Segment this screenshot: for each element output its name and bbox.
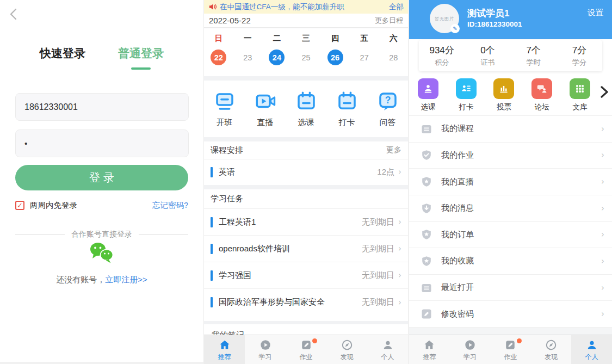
tab-normal-login[interactable]: 普通登录 (118, 46, 164, 70)
settings-button[interactable]: 设置 (588, 8, 603, 18)
tab-homework[interactable]: 作业 (286, 335, 326, 364)
password-input[interactable] (15, 129, 189, 157)
quick-action-open-class[interactable]: 开班 (204, 81, 245, 137)
menu-item-my-orders[interactable]: 我的订单 › (409, 222, 612, 249)
stat-credits[interactable]: 7分 学分 (557, 40, 602, 71)
tab-homework[interactable]: 作业 (490, 335, 531, 364)
check-in-icon (456, 78, 477, 99)
task-item[interactable]: openroads软件培训 无到期日 › (204, 236, 408, 262)
menu-item-my-live[interactable]: 我的直播 › (409, 169, 612, 195)
task-title: 学习强国 (219, 270, 251, 281)
task-item[interactable]: 工程英语1 无到期日 › (204, 209, 408, 236)
item-accent-bar (211, 270, 213, 281)
menu-item-recent-open[interactable]: 最近打开 › (409, 275, 612, 301)
stat-hours[interactable]: 7个 学时 (511, 40, 557, 71)
tab-study[interactable]: 学习 (450, 335, 491, 364)
back-button[interactable] (7, 7, 22, 22)
services-more-arrow[interactable] (599, 84, 611, 100)
service-vote[interactable]: 投票 (485, 76, 523, 115)
tab-profile[interactable]: 个人 (367, 335, 408, 364)
calendar-day[interactable]: 23 (240, 50, 256, 65)
course-more-link[interactable]: 更多 (386, 145, 401, 155)
quick-actions: 开班 直播 选课 (204, 81, 408, 137)
task-due-label: 无到期日 (362, 217, 394, 227)
menu-item-change-password[interactable]: 修改密码 › (409, 301, 612, 328)
service-label: 论坛 (535, 102, 549, 112)
task-item[interactable]: 学习强国 无到期日 › (204, 262, 408, 289)
menu-item-my-homework[interactable]: 我的作业 › (409, 143, 612, 169)
service-check-in[interactable]: 打卡 (447, 76, 485, 115)
tab-quick-login-label: 快速登录 (40, 47, 85, 59)
menu-item-my-messages[interactable]: 我的消息 › (409, 195, 612, 222)
tab-label: 作业 (300, 353, 313, 362)
quick-action-live[interactable]: 直播 (245, 81, 286, 137)
quick-action-qa[interactable]: ? 问答 (367, 81, 408, 137)
week-calendar: 日 一 二 三 四 五 六 22 23 24 25 26 27 28 (204, 28, 408, 76)
calendar-day[interactable]: 25 (298, 50, 314, 65)
shield-star-icon (421, 256, 432, 267)
tab-study[interactable]: 学习 (245, 335, 286, 364)
phone-input[interactable] (15, 93, 189, 121)
menu-item-label: 我的订单 (441, 230, 474, 240)
calendar-day-event[interactable]: 26 (327, 50, 343, 65)
forgot-password-link[interactable]: 忘记密码? (152, 200, 188, 211)
chevron-right-icon: › (601, 309, 604, 319)
calendar-day[interactable]: 28 (386, 50, 401, 65)
section-gap (409, 328, 612, 335)
remember-checkbox[interactable] (15, 201, 24, 210)
app-screenshot: 快速登录 普通登录 登录 两周内免登录 忘记密码? 合作账号直接登录 (0, 0, 612, 364)
quick-action-label: 开班 (217, 118, 233, 128)
user-name: 测试学员1 (467, 7, 509, 20)
shield-check-icon (421, 150, 432, 161)
task-due-label: 无到期日 (362, 297, 394, 307)
login-button[interactable]: 登录 (15, 165, 188, 190)
tab-discover[interactable]: 发现 (326, 335, 367, 364)
chevron-right-icon: › (398, 217, 401, 227)
tab-label: 个人 (585, 353, 598, 362)
profile-menu: 我的课程 › 我的作业 › 我的直播 › (409, 115, 612, 328)
pencil-square-icon (421, 309, 432, 319)
course-schedule-card: 课程安排 更多 英语 12点 › (204, 141, 408, 185)
stat-certificates[interactable]: 0个 证书 (465, 40, 510, 71)
calendar-day[interactable]: 27 (356, 50, 372, 65)
partner-login-divider: 合作账号直接登录 (15, 230, 188, 239)
notice-all-link[interactable]: 全部 (389, 2, 404, 12)
weekday-label: 四 (320, 33, 350, 44)
tab-label: 作业 (504, 353, 517, 362)
register-link[interactable]: 立即注册>> (105, 275, 147, 284)
section-title: 课程安排 (211, 145, 243, 156)
question-bubble-icon: ? (376, 90, 399, 113)
tab-discover[interactable]: 发现 (531, 335, 572, 364)
calendar-day-today[interactable]: 22 (211, 50, 226, 65)
weekday-label: 三 (292, 33, 321, 44)
quick-action-label: 选课 (298, 118, 314, 128)
tab-quick-login[interactable]: 快速登录 (40, 46, 85, 70)
course-item-english[interactable]: 英语 12点 › (204, 159, 408, 184)
quick-action-course-select[interactable]: 选课 (286, 81, 326, 137)
weekday-header: 日 一 二 三 四 五 六 (204, 33, 408, 44)
service-library[interactable]: 文库 (561, 76, 599, 115)
quick-action-check-in[interactable]: 打卡 (326, 81, 367, 137)
wechat-icon (89, 242, 115, 264)
service-forum[interactable]: 论坛 (523, 76, 561, 115)
more-schedule-link[interactable]: 更多日程 (375, 16, 403, 26)
chevron-right-icon: › (398, 167, 401, 177)
notice-banner[interactable]: 在中国通过CFA一级，能不能加薪升职 全部 (204, 0, 408, 14)
menu-item-my-courses[interactable]: 我的课程 › (409, 116, 612, 143)
service-label: 打卡 (459, 102, 473, 112)
current-date-label: 2022-05-22 (209, 16, 251, 25)
person-icon (382, 339, 394, 351)
task-item[interactable]: 国际政治军事形势与国家安全 无到期日 › (204, 289, 408, 316)
tab-recommend[interactable]: 推荐 (204, 335, 245, 364)
live-camera-icon (254, 90, 277, 113)
menu-item-my-favorites[interactable]: 我的收藏 › (409, 248, 612, 275)
tab-recommend[interactable]: 推荐 (409, 335, 450, 364)
service-course-select[interactable]: 选课 (409, 76, 447, 115)
avatar-edit-icon[interactable]: ✎ (450, 24, 460, 33)
wechat-login-button[interactable] (0, 242, 203, 264)
calendar-day-event[interactable]: 24 (269, 50, 285, 65)
service-label: 文库 (573, 102, 588, 112)
tab-label: 学习 (259, 353, 272, 362)
tab-profile[interactable]: 个人 (571, 335, 612, 364)
stat-points[interactable]: 934分 积分 (419, 40, 465, 71)
